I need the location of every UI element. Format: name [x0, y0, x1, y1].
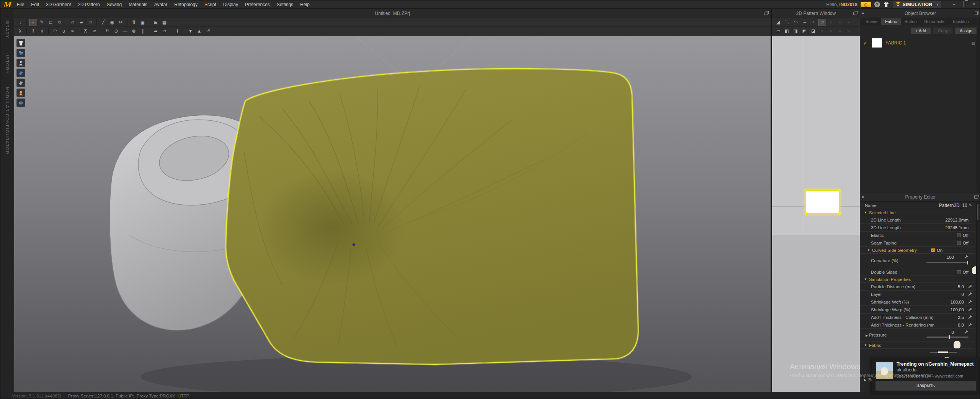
- show-avatar-skin-toggle[interactable]: [16, 89, 25, 97]
- restore-button[interactable]: [960, 2, 968, 8]
- rotate-pattern-icon[interactable]: ↻: [56, 19, 64, 26]
- button-grid-icon[interactable]: ⠿: [103, 28, 111, 35]
- add-pattern-icon[interactable]: ▱: [69, 19, 77, 26]
- edit-pattern-icon[interactable]: □: [47, 19, 55, 26]
- steam-brush-icon[interactable]: ≋: [90, 28, 98, 35]
- side-tab-library[interactable]: LIBRARY: [5, 16, 10, 38]
- popout-icon[interactable]: [764, 12, 768, 15]
- add-rect-pattern-icon[interactable]: ◧: [783, 28, 791, 35]
- menu-sewing[interactable]: Sewing: [103, 0, 125, 9]
- tape-edit-icon[interactable]: ∪: [60, 28, 68, 35]
- add-pattern-2d-icon[interactable]: ▱: [774, 28, 782, 35]
- menu-preferences[interactable]: Preferences: [242, 0, 273, 9]
- viewport-3d[interactable]: [14, 36, 771, 392]
- wrench-icon[interactable]: [968, 315, 972, 320]
- side-tab-history[interactable]: HISTORY: [5, 51, 10, 74]
- menu-materials[interactable]: Materials: [125, 0, 151, 9]
- add-fabric-button[interactable]: + Add: [910, 27, 931, 34]
- show-particles-toggle[interactable]: [16, 49, 25, 57]
- minimize-button[interactable]: –: [950, 2, 958, 8]
- ob-tab-buttonhole[interactable]: Buttonhole: [921, 18, 949, 25]
- edit-curve-point-icon[interactable]: ∼: [800, 19, 808, 26]
- ob-tab-topstitch[interactable]: Topstitch: [948, 18, 972, 25]
- unfold-pattern-icon[interactable]: ▱: [86, 19, 94, 26]
- close-button[interactable]: ×: [970, 2, 978, 8]
- seam-allowance-icon[interactable]: ◩: [800, 28, 808, 35]
- section-curved-side-geometry[interactable]: ▼ Curved Side Geometry On: [860, 247, 975, 254]
- garment-store-icon[interactable]: [883, 2, 890, 8]
- show-garment-toggle[interactable]: [16, 39, 25, 47]
- wind-toggle[interactable]: [16, 99, 25, 107]
- ob-tab-fabric[interactable]: Fabric: [881, 18, 901, 25]
- menu-retopology[interactable]: Retopology: [171, 0, 201, 9]
- view2d-title-bar[interactable]: 2D Pattern Window: [772, 9, 860, 18]
- show-plane-toggle[interactable]: [16, 79, 25, 87]
- simulation-button[interactable]: SIMULATION ▾: [892, 1, 942, 8]
- garment-back-icon[interactable]: ▲: [195, 28, 203, 35]
- overflow-icon[interactable]: »: [836, 28, 844, 35]
- fold-arrangement-icon[interactable]: ⇅: [130, 19, 138, 26]
- collapse-panel-icon[interactable]: ◆: [862, 195, 864, 199]
- garment-front-icon[interactable]: ▼: [186, 28, 194, 35]
- pattern-point[interactable]: [838, 189, 841, 192]
- overflow-icon[interactable]: »: [836, 19, 844, 26]
- show-grid-icon[interactable]: ▦: [160, 19, 168, 26]
- pattern-name-value[interactable]: Pattern2D_10: [939, 203, 967, 208]
- popout-icon[interactable]: [974, 12, 978, 15]
- menu-3d-garment[interactable]: 3D Garment: [42, 0, 74, 9]
- copy-fabric-button[interactable]: Copy: [933, 27, 953, 34]
- fabric-list-item[interactable]: ✓ FABRIC 1 ▥: [860, 36, 980, 49]
- menu-script[interactable]: Script: [201, 0, 220, 9]
- viewport-2d[interactable]: [772, 36, 860, 392]
- tape-avatar-icon[interactable]: ◠: [51, 28, 59, 35]
- edit-sewing-icon[interactable]: ✂: [117, 19, 125, 26]
- simulate-drop-icon[interactable]: ↓: [16, 19, 24, 26]
- simulation-dropdown-icon[interactable]: ▾: [934, 3, 938, 7]
- property-editor-title-bar[interactable]: ◆ Property Editor: [860, 192, 980, 202]
- collapse-panel-icon[interactable]: ◆: [862, 11, 864, 15]
- overflow-icon[interactable]: »: [827, 28, 835, 35]
- transform-2d-icon[interactable]: ◢: [774, 19, 782, 26]
- fabric-check-icon[interactable]: ✓: [863, 40, 869, 46]
- curvature-value[interactable]: 100: [947, 255, 954, 259]
- menu-edit[interactable]: Edit: [28, 0, 42, 9]
- show-avatar-toggle[interactable]: [16, 59, 25, 67]
- popout-icon[interactable]: [974, 195, 978, 199]
- slider-thumb[interactable]: [948, 335, 950, 339]
- wrench-icon[interactable]: [968, 307, 972, 312]
- wrench-icon[interactable]: [968, 300, 972, 304]
- double-sided-checkbox-icon[interactable]: [957, 270, 961, 274]
- pressure-value[interactable]: 0: [952, 330, 954, 335]
- pattern-point[interactable]: [805, 212, 807, 215]
- stitch-line-icon[interactable]: —: [121, 28, 129, 35]
- pressure-slider[interactable]: [926, 337, 969, 338]
- zoom-pattern-icon[interactable]: ◪: [809, 28, 817, 35]
- pattern-point[interactable]: [805, 189, 807, 192]
- trace-2d-icon[interactable]: ◨: [792, 28, 800, 35]
- slider-thumb[interactable]: [967, 261, 969, 265]
- ob-tab-scene[interactable]: Scene: [862, 18, 881, 25]
- tape-attach-icon[interactable]: ≈: [69, 28, 77, 35]
- edit-curvature-icon[interactable]: ✎: [38, 19, 46, 26]
- wrench-icon[interactable]: [964, 255, 969, 259]
- pattern-point[interactable]: [838, 212, 841, 215]
- overflow-icon[interactable]: »: [827, 19, 835, 26]
- seam-taping-checkbox-icon[interactable]: [957, 241, 961, 245]
- show-pattern-3d-toggle[interactable]: [16, 69, 25, 77]
- overflow-icon[interactable]: »: [844, 28, 853, 35]
- show-mesh-icon[interactable]: ⊞: [152, 19, 160, 26]
- curvature-slider[interactable]: [926, 262, 969, 263]
- edit-pattern-2d-icon[interactable]: ⋱: [783, 19, 791, 26]
- avatar-walk-icon[interactable]: λ: [16, 28, 24, 35]
- wrench-icon[interactable]: [968, 284, 972, 289]
- edit-pencil-icon[interactable]: ✎: [969, 203, 972, 208]
- transform-pattern-icon[interactable]: ✛: [29, 19, 37, 26]
- menu-settings[interactable]: Settings: [273, 0, 297, 9]
- trace-pattern-icon[interactable]: ▰: [77, 19, 85, 26]
- object-browser-title-bar[interactable]: ◆ Object Browser: [860, 9, 980, 18]
- side-tab-modular-configurator[interactable]: MODULAR CONFIGURATOR: [5, 87, 10, 154]
- help-icon[interactable]: ?: [874, 2, 880, 7]
- wrench-icon[interactable]: [964, 330, 969, 335]
- clo-cloud-icon[interactable]: C: [860, 2, 872, 8]
- button-icon[interactable]: ⊙: [112, 28, 120, 35]
